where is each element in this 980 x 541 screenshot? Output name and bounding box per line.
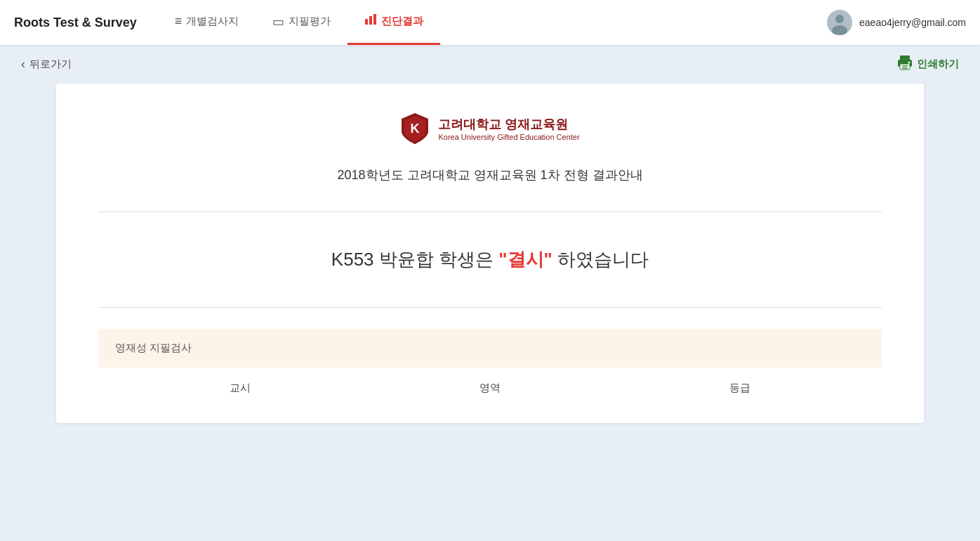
- avatar: [827, 10, 852, 35]
- org-logo: K 고려대학교 영재교육원 Korea University Gifted Ed…: [400, 112, 579, 145]
- app-header: Roots Test & Survey ≡ 개별검사지 ▭ 지필평가 진단결과: [0, 0, 980, 45]
- doc-icon: ▭: [272, 14, 284, 30]
- svg-rect-6: [900, 56, 910, 60]
- svg-rect-10: [902, 67, 908, 69]
- svg-text:K: K: [411, 122, 420, 136]
- table-header-row: 교시 영역 등급: [98, 382, 882, 395]
- chart-icon: [364, 13, 377, 30]
- result-statement: K553 박윤합 학생은 "결시" 하였습니다: [98, 247, 882, 272]
- section-box: 영재성 지필검사: [98, 329, 882, 367]
- svg-point-4: [835, 15, 844, 23]
- table-header-area: 영역: [365, 382, 615, 395]
- user-email: eaeao4jerry@gmail.com: [859, 17, 966, 28]
- nav-diagnosis[interactable]: 진단결과: [347, 0, 440, 45]
- content-area: K 고려대학교 영재교육원 Korea University Gifted Ed…: [0, 84, 980, 451]
- chevron-left-icon: ‹: [21, 57, 25, 72]
- app-logo: Roots Test & Survey: [14, 15, 137, 30]
- svg-rect-0: [365, 19, 368, 25]
- svg-rect-2: [373, 14, 376, 25]
- section-label: 영재성 지필검사: [115, 341, 192, 353]
- svg-rect-9: [902, 65, 908, 67]
- print-button[interactable]: 인쇄하기: [897, 55, 959, 74]
- table-header-grade: 등급: [615, 382, 865, 395]
- svg-rect-1: [369, 16, 372, 25]
- result-suffix: 하였습니다: [552, 249, 649, 270]
- org-name-en: Korea University Gifted Education Center: [438, 133, 579, 141]
- divider-bottom: [98, 307, 882, 308]
- divider-top: [98, 211, 882, 212]
- nav-individual[interactable]: ≡ 개별검사지: [158, 0, 256, 45]
- toolbar: ‹ 뒤로가기 인쇄하기: [0, 45, 980, 84]
- list-icon: ≡: [175, 14, 183, 29]
- svg-rect-8: [900, 64, 910, 70]
- shield-icon: K: [400, 112, 430, 145]
- printer-icon: [897, 55, 913, 74]
- logo-area: K 고려대학교 영재교육원 Korea University Gifted Ed…: [98, 112, 882, 145]
- org-name-area: 고려대학교 영재교육원 Korea University Gifted Educ…: [438, 116, 579, 141]
- back-button[interactable]: ‹ 뒤로가기: [21, 57, 72, 72]
- user-area: eaeao4jerry@gmail.com: [827, 10, 966, 35]
- svg-point-11: [908, 62, 911, 64]
- announcement-title: 2018학년도 고려대학교 영재교육원 1차 전형 결과안내: [98, 167, 882, 183]
- nav-written[interactable]: ▭ 지필평가: [256, 0, 347, 45]
- result-word: "결시": [498, 249, 552, 270]
- result-prefix: K553 박윤합 학생은: [331, 249, 498, 270]
- main-nav: ≡ 개별검사지 ▭ 지필평가 진단결과: [158, 0, 827, 45]
- result-card: K 고려대학교 영재교육원 Korea University Gifted Ed…: [56, 84, 924, 423]
- org-name-kr: 고려대학교 영재교육원: [438, 116, 579, 133]
- table-header-period: 교시: [115, 382, 365, 395]
